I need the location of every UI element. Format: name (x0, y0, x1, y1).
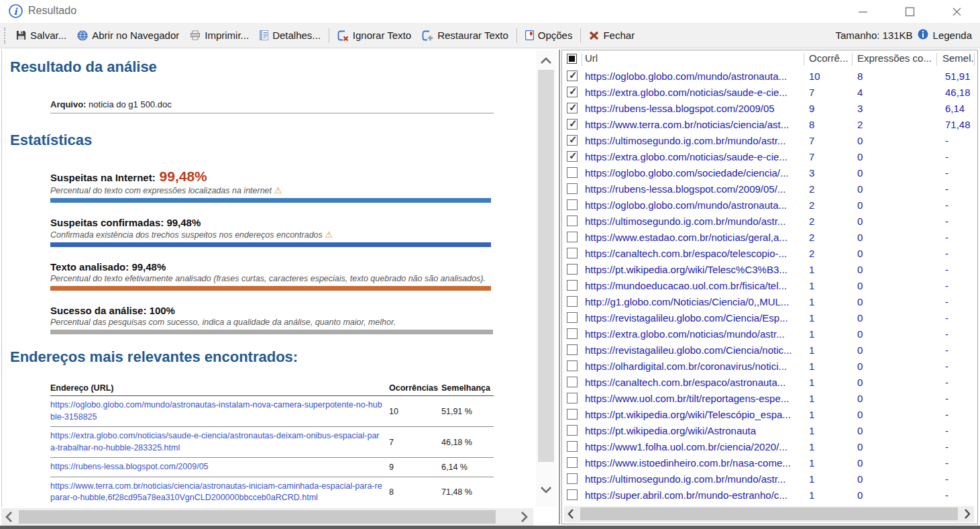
row-url[interactable]: https://ultimosegundo.ig.com.br/mundo/as… (585, 213, 805, 230)
select-all-checkbox[interactable] (567, 54, 577, 64)
column-header-url[interactable]: Url (585, 52, 800, 64)
scroll-left-icon[interactable] (567, 508, 574, 522)
address-url-link[interactable]: https://rubens-lessa.blogspot.com/2009/0… (50, 462, 209, 471)
report-horizontal-scrollbar[interactable] (1, 508, 533, 526)
row-url[interactable]: https://extra.globo.com/noticias/saude-e… (585, 149, 805, 165)
row-checkbox[interactable] (567, 360, 578, 371)
row-url[interactable]: https://extra.globo.com/noticias/mundo/a… (585, 326, 805, 342)
scroll-right-icon[interactable] (521, 511, 528, 526)
address-url-link[interactable]: https://www.terra.com.br/noticias/cienci… (50, 481, 382, 503)
row-url[interactable]: https://www.terra.com.br/noticias/cienci… (585, 117, 805, 133)
url-row[interactable]: https://super.abril.com.br/mundo-estranh… (562, 487, 977, 503)
url-list-horizontal-scrollbar[interactable] (564, 506, 974, 522)
url-row[interactable]: https://pt.wikipedia.org/wiki/Telescópio… (562, 407, 977, 423)
row-checkbox[interactable] (567, 489, 578, 500)
row-checkbox[interactable] (567, 328, 578, 339)
row-url[interactable]: https://oglobo.globo.com/sociedade/cienc… (585, 165, 805, 181)
ignore-text-button[interactable]: Ignorar Texto (332, 27, 417, 44)
url-row[interactable]: https://revistagalileu.globo.com/Ciencia… (562, 310, 977, 326)
row-url[interactable]: https://rubens-lessa.blogspot.com/2009/0… (585, 181, 805, 197)
row-checkbox[interactable] (567, 183, 578, 194)
options-button[interactable]: Opções (520, 27, 578, 44)
scroll-up-icon[interactable] (540, 55, 552, 67)
url-row[interactable]: https://www.terra.com.br/noticias/cienci… (562, 117, 977, 133)
row-checkbox[interactable] (567, 135, 578, 146)
url-row[interactable]: https://canaltech.com.br/espaco/telescop… (562, 246, 977, 262)
column-header-similarity[interactable]: Semel... (942, 52, 975, 64)
row-url[interactable]: https://super.abril.com.br/mundo-estranh… (585, 487, 805, 503)
row-checkbox[interactable] (567, 393, 578, 403)
row-url[interactable]: http://g1.globo.com/Noticias/Ciencia/0,,… (585, 294, 805, 310)
url-row[interactable]: https://ultimosegundo.ig.com.br/mundo/as… (562, 471, 977, 487)
url-row[interactable]: https://pt.wikipedia.org/wiki/Telesc%C3%… (562, 262, 977, 278)
address-url-link[interactable]: https://oglobo.globo.com/mundo/astronaut… (50, 400, 382, 422)
row-checkbox[interactable] (567, 199, 578, 210)
url-row[interactable]: https://oglobo.globo.com/sociedade/cienc… (562, 165, 977, 181)
details-button[interactable]: Detalhes... (254, 27, 326, 44)
url-row[interactable]: https://www.uol.com.br/tilt/reportagens-… (562, 391, 977, 407)
row-checkbox[interactable] (567, 344, 578, 355)
url-row[interactable]: https://canaltech.com.br/espaco/astronau… (562, 375, 977, 391)
row-url[interactable]: https://rubens-lessa.blogspot.com/2009/0… (585, 101, 805, 117)
url-row[interactable]: https://extra.globo.com/noticias/saude-e… (562, 85, 977, 101)
row-checkbox[interactable] (567, 232, 578, 242)
row-url[interactable]: https://revistagalileu.globo.com/Ciencia… (585, 342, 805, 358)
row-checkbox[interactable] (567, 264, 578, 275)
row-checkbox[interactable] (567, 409, 578, 420)
row-checkbox[interactable] (567, 296, 578, 307)
url-row[interactable]: https://revistagalileu.globo.com/Ciencia… (562, 342, 977, 358)
row-url[interactable]: https://revistagalileu.globo.com/Ciencia… (585, 310, 805, 326)
row-url[interactable]: https://extra.globo.com/noticias/saude-e… (585, 85, 805, 101)
scroll-left-icon[interactable] (5, 511, 13, 526)
row-url[interactable]: https://pt.wikipedia.org/wiki/Astronauta (585, 423, 805, 439)
row-checkbox[interactable] (567, 248, 578, 258)
column-header-expressions[interactable]: Expressões co... (857, 52, 932, 64)
row-checkbox[interactable] (567, 457, 578, 468)
horizontal-scrollbar-thumb[interactable] (19, 510, 496, 524)
row-checkbox[interactable] (567, 119, 578, 130)
vertical-scrollbar-thumb[interactable] (538, 70, 554, 462)
row-url[interactable]: https://www.istoedinheiro.com.br/nasa-co… (585, 455, 805, 471)
save-button[interactable]: Salvar... (11, 27, 72, 44)
url-row[interactable]: https://olhardigital.com.br/coronavirus/… (562, 358, 977, 375)
url-row[interactable]: https://ultimosegundo.ig.com.br/mundo/as… (562, 213, 977, 230)
row-checkbox[interactable] (567, 280, 578, 291)
url-row[interactable]: https://www.estadao.com.br/noticias/gera… (562, 230, 977, 246)
row-checkbox[interactable] (567, 103, 578, 113)
row-checkbox[interactable] (567, 312, 578, 323)
row-url[interactable]: https://www.estadao.com.br/noticias/gera… (585, 230, 805, 246)
scroll-right-icon[interactable] (964, 508, 971, 522)
row-url[interactable]: https://ultimosegundo.ig.com.br/mundo/as… (585, 133, 805, 149)
row-checkbox[interactable] (567, 377, 578, 387)
url-row[interactable]: https://oglobo.globo.com/mundo/astronaut… (562, 68, 977, 85)
address-url-link[interactable]: https://extra.globo.com/noticias/saude-e… (50, 431, 380, 452)
row-url[interactable]: https://canaltech.com.br/espaco/telescop… (585, 246, 805, 262)
url-row[interactable]: http://g1.globo.com/Noticias/Ciencia/0,,… (562, 294, 977, 310)
report-vertical-scrollbar[interactable] (536, 50, 556, 507)
close-result-button[interactable]: Fechar (584, 27, 640, 44)
legend-info-icon[interactable] (918, 29, 928, 42)
row-url[interactable]: https://www.uol.com.br/tilt/reportagens-… (585, 391, 805, 407)
maximize-button[interactable] (886, 0, 933, 23)
restore-text-button[interactable]: Restaurar Texto (417, 27, 514, 44)
row-checkbox[interactable] (567, 441, 578, 452)
url-row[interactable]: https://oglobo.globo.com/mundo/astronaut… (562, 197, 977, 213)
row-url[interactable]: https://ultimosegundo.ig.com.br/mundo/as… (585, 471, 805, 487)
row-checkbox[interactable] (567, 70, 578, 81)
url-row[interactable]: https://www1.folha.uol.com.br/ciencia/20… (562, 439, 977, 455)
url-row[interactable]: https://extra.globo.com/noticias/mundo/a… (562, 326, 977, 342)
url-row[interactable]: https://extra.globo.com/noticias/saude-e… (562, 149, 977, 165)
row-url[interactable]: https://pt.wikipedia.org/wiki/Telescópio… (585, 407, 805, 423)
row-url[interactable]: https://canaltech.com.br/espaco/astronau… (585, 375, 805, 391)
horizontal-scrollbar-thumb[interactable] (580, 508, 958, 520)
url-row[interactable]: https://mundoeducacao.uol.com.br/fisica/… (562, 278, 977, 294)
row-url[interactable]: https://mundoeducacao.uol.com.br/fisica/… (585, 278, 805, 294)
open-in-browser-button[interactable]: Abrir no Navegador (72, 27, 184, 44)
row-checkbox[interactable] (567, 215, 578, 226)
row-checkbox[interactable] (567, 425, 578, 436)
minimize-button[interactable] (839, 0, 886, 23)
row-url[interactable]: https://olhardigital.com.br/coronavirus/… (585, 358, 805, 375)
toolbar-grip[interactable] (4, 28, 7, 44)
row-url[interactable]: https://pt.wikipedia.org/wiki/Telesc%C3%… (585, 262, 805, 278)
row-checkbox[interactable] (567, 167, 578, 178)
